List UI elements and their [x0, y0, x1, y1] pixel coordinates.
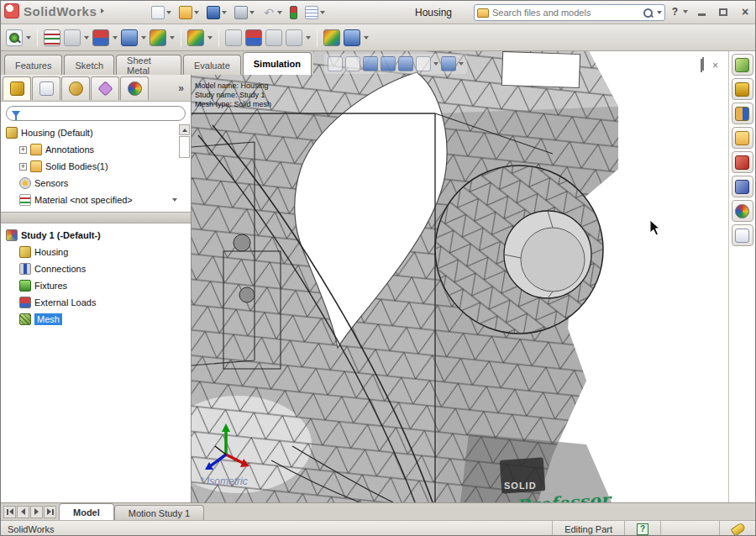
- tab-sheet-metal[interactable]: Sheet Metal: [116, 55, 181, 75]
- first-tab-button[interactable]: [3, 506, 16, 518]
- hide-show-items-icon[interactable]: [416, 56, 431, 71]
- last-tab-button[interactable]: [44, 506, 56, 518]
- chevron-down-icon[interactable]: [222, 11, 227, 14]
- chevron-down-icon[interactable]: [141, 36, 146, 39]
- display-style-icon[interactable]: [398, 56, 413, 71]
- tree-item-housing[interactable]: Housing (Default): [1, 124, 191, 141]
- apply-material-icon[interactable]: [64, 29, 81, 46]
- expand-plus-icon[interactable]: +: [19, 163, 27, 171]
- doc-close-button[interactable]: ×: [712, 61, 718, 70]
- tree-item-fixtures[interactable]: Fixtures: [1, 277, 191, 294]
- tree-item-connections[interactable]: Connections: [1, 260, 191, 277]
- next-tab-button[interactable]: [30, 506, 43, 518]
- deformed-result-icon[interactable]: [225, 29, 242, 46]
- tree-item-external-loads[interactable]: External Loads: [1, 294, 191, 311]
- help-chevron-icon[interactable]: [683, 10, 688, 13]
- doc-restore-button[interactable]: [701, 61, 702, 70]
- zoom-fit-icon[interactable]: [328, 56, 343, 71]
- close-button[interactable]: ×: [737, 5, 753, 18]
- chevron-down-icon[interactable]: [194, 11, 199, 14]
- tree-filter-box[interactable]: [6, 106, 186, 121]
- chevron-down-icon[interactable]: [113, 36, 118, 39]
- panel-expand-chevron-icon[interactable]: »: [178, 82, 184, 94]
- search-box[interactable]: [474, 4, 665, 21]
- chevron-down-icon[interactable]: [84, 36, 89, 39]
- save-button[interactable]: [204, 4, 229, 21]
- results-plot-icon[interactable]: [187, 29, 204, 46]
- design-check-icon[interactable]: [286, 29, 302, 46]
- search-options-chevron-icon[interactable]: [657, 11, 662, 14]
- toolbox-button[interactable]: [732, 151, 753, 173]
- tree-scrollbar[interactable]: [179, 124, 190, 158]
- chevron-down-icon[interactable]: [166, 11, 171, 14]
- open-button[interactable]: [176, 4, 202, 21]
- model-tab[interactable]: Model: [59, 503, 114, 520]
- tag-icon[interactable]: [731, 522, 747, 536]
- featuremanager-tab[interactable]: [3, 76, 31, 100]
- restraints-icon[interactable]: [121, 29, 138, 46]
- chevron-down-icon[interactable]: [277, 11, 282, 14]
- print-button[interactable]: [232, 4, 257, 21]
- study-properties-icon[interactable]: [44, 29, 60, 46]
- tree-item-study1[interactable]: Study 1 (-Default-): [1, 227, 191, 244]
- design-library-button[interactable]: [732, 78, 753, 100]
- options-button[interactable]: [302, 4, 328, 21]
- quick-tips-icon[interactable]: ?: [637, 523, 648, 535]
- help-button[interactable]: ?: [672, 6, 678, 18]
- section-view-icon[interactable]: [363, 56, 378, 71]
- custom-properties-button[interactable]: [732, 224, 753, 246]
- rebuild-button[interactable]: [287, 4, 300, 21]
- chevron-down-icon[interactable]: [364, 36, 369, 39]
- zoom-to-area-icon[interactable]: [6, 29, 23, 46]
- tab-sketch[interactable]: Sketch: [64, 55, 114, 75]
- scroll-up-button[interactable]: [179, 124, 190, 135]
- tab-simulation[interactable]: Simulation: [243, 52, 312, 75]
- tab-evaluate[interactable]: Evaluate: [183, 55, 241, 75]
- new-document-button[interactable]: [149, 4, 174, 21]
- tree-item-study-housing[interactable]: Housing: [1, 244, 191, 260]
- view-palette-button[interactable]: [732, 176, 753, 197]
- chevron-down-icon[interactable]: [249, 11, 255, 14]
- dimxpertmanager-tab[interactable]: [91, 76, 119, 100]
- motion-study-tab[interactable]: Motion Study 1: [114, 505, 204, 520]
- chevron-down-icon[interactable]: [320, 11, 325, 14]
- scroll-thumb[interactable]: [179, 136, 190, 158]
- tree-item-solid-bodies[interactable]: + Solid Bodies(1): [1, 158, 191, 175]
- solidworks-resources-button[interactable]: [732, 54, 753, 76]
- chevron-down-icon[interactable]: [170, 36, 175, 39]
- run-mesh-icon[interactable]: [150, 29, 166, 46]
- propertymanager-tab[interactable]: [32, 76, 60, 100]
- chevron-down-icon[interactable]: [306, 36, 311, 39]
- chevron-down-icon[interactable]: [26, 36, 31, 39]
- zoom-area-icon[interactable]: [345, 56, 360, 71]
- expand-plus-icon[interactable]: +: [19, 146, 27, 154]
- graphics-viewport[interactable]: × Model name: Housing Study name: Study …: [192, 51, 730, 502]
- panel-splitter[interactable]: [1, 212, 191, 223]
- material-flyout-chevron-icon[interactable]: [172, 198, 177, 202]
- undo-button[interactable]: ↶: [260, 4, 285, 21]
- chevron-down-icon[interactable]: [207, 36, 213, 39]
- result-table-icon[interactable]: [344, 29, 360, 46]
- search-magnifier-icon[interactable]: [643, 8, 654, 18]
- menu-expand-icon[interactable]: [101, 8, 104, 13]
- displaymanager-tab[interactable]: [120, 76, 149, 100]
- view-orientation-icon[interactable]: [381, 56, 396, 71]
- appearances-button[interactable]: [732, 200, 753, 222]
- plot-tools-icon[interactable]: [265, 29, 282, 46]
- appearances-icon[interactable]: [441, 56, 456, 71]
- prev-tab-button[interactable]: [17, 506, 29, 518]
- thermal-loads-icon[interactable]: [92, 29, 109, 46]
- chevron-down-icon[interactable]: [459, 62, 464, 66]
- maximize-button[interactable]: [715, 5, 732, 18]
- tab-features[interactable]: Features: [4, 55, 62, 75]
- tree-item-annotations[interactable]: + Annotations: [1, 141, 191, 158]
- tree-item-mesh[interactable]: Mesh: [1, 311, 191, 328]
- file-explorer-button[interactable]: [732, 102, 753, 124]
- tree-item-material[interactable]: Material <not specified>: [1, 192, 191, 208]
- minimize-button[interactable]: [693, 5, 710, 18]
- search-button[interactable]: [732, 127, 753, 149]
- search-input[interactable]: [492, 8, 639, 18]
- tree-item-sensors[interactable]: Sensors: [1, 175, 191, 192]
- trend-tracker-icon[interactable]: [323, 29, 340, 46]
- chevron-down-icon[interactable]: [433, 62, 438, 66]
